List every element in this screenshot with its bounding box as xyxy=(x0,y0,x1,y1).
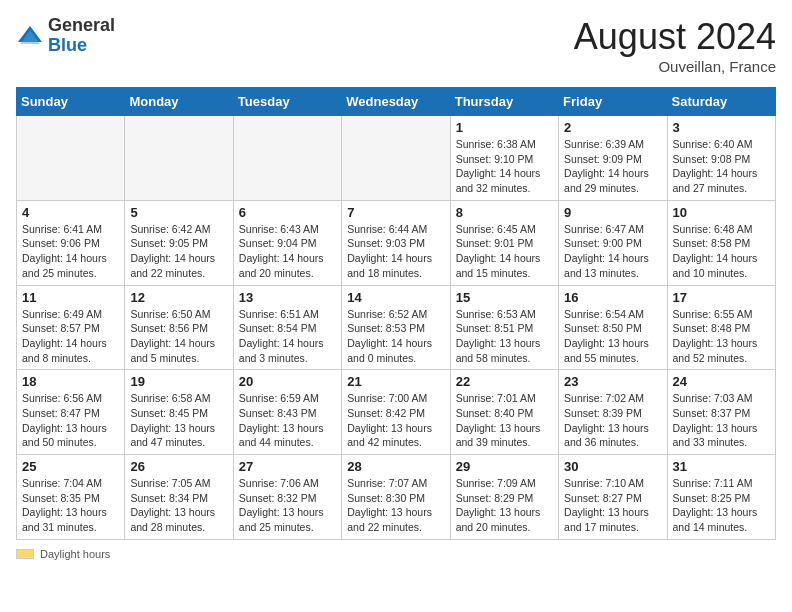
day-number: 23 xyxy=(564,374,661,389)
logo-general: General xyxy=(48,15,115,35)
calendar-cell: 10Sunrise: 6:48 AM Sunset: 8:58 PM Dayli… xyxy=(667,200,775,285)
day-info: Sunrise: 6:39 AM Sunset: 9:09 PM Dayligh… xyxy=(564,137,661,196)
logo: General Blue xyxy=(16,16,115,56)
calendar-cell: 19Sunrise: 6:58 AM Sunset: 8:45 PM Dayli… xyxy=(125,370,233,455)
calendar-cell xyxy=(17,116,125,201)
calendar-cell: 6Sunrise: 6:43 AM Sunset: 9:04 PM Daylig… xyxy=(233,200,341,285)
daylight-label: Daylight hours xyxy=(40,548,110,560)
day-number: 13 xyxy=(239,290,336,305)
calendar-header-friday: Friday xyxy=(559,88,667,116)
calendar-cell: 20Sunrise: 6:59 AM Sunset: 8:43 PM Dayli… xyxy=(233,370,341,455)
calendar-table: SundayMondayTuesdayWednesdayThursdayFrid… xyxy=(16,87,776,540)
day-info: Sunrise: 7:11 AM Sunset: 8:25 PM Dayligh… xyxy=(673,476,770,535)
calendar-cell: 7Sunrise: 6:44 AM Sunset: 9:03 PM Daylig… xyxy=(342,200,450,285)
day-number: 10 xyxy=(673,205,770,220)
calendar-footer: Daylight hours xyxy=(16,548,776,560)
calendar-cell: 31Sunrise: 7:11 AM Sunset: 8:25 PM Dayli… xyxy=(667,455,775,540)
calendar-week-row: 11Sunrise: 6:49 AM Sunset: 8:57 PM Dayli… xyxy=(17,285,776,370)
day-number: 28 xyxy=(347,459,444,474)
calendar-cell: 4Sunrise: 6:41 AM Sunset: 9:06 PM Daylig… xyxy=(17,200,125,285)
day-info: Sunrise: 6:48 AM Sunset: 8:58 PM Dayligh… xyxy=(673,222,770,281)
day-info: Sunrise: 6:42 AM Sunset: 9:05 PM Dayligh… xyxy=(130,222,227,281)
day-number: 24 xyxy=(673,374,770,389)
day-number: 17 xyxy=(673,290,770,305)
calendar-header-sunday: Sunday xyxy=(17,88,125,116)
day-info: Sunrise: 6:40 AM Sunset: 9:08 PM Dayligh… xyxy=(673,137,770,196)
calendar-cell: 12Sunrise: 6:50 AM Sunset: 8:56 PM Dayli… xyxy=(125,285,233,370)
day-info: Sunrise: 6:47 AM Sunset: 9:00 PM Dayligh… xyxy=(564,222,661,281)
day-info: Sunrise: 6:49 AM Sunset: 8:57 PM Dayligh… xyxy=(22,307,119,366)
calendar-header-wednesday: Wednesday xyxy=(342,88,450,116)
logo-icon xyxy=(16,22,44,50)
day-number: 4 xyxy=(22,205,119,220)
calendar-cell: 18Sunrise: 6:56 AM Sunset: 8:47 PM Dayli… xyxy=(17,370,125,455)
calendar-cell: 25Sunrise: 7:04 AM Sunset: 8:35 PM Dayli… xyxy=(17,455,125,540)
day-number: 16 xyxy=(564,290,661,305)
calendar-header-monday: Monday xyxy=(125,88,233,116)
calendar-cell: 14Sunrise: 6:52 AM Sunset: 8:53 PM Dayli… xyxy=(342,285,450,370)
calendar-cell: 21Sunrise: 7:00 AM Sunset: 8:42 PM Dayli… xyxy=(342,370,450,455)
calendar-cell: 1Sunrise: 6:38 AM Sunset: 9:10 PM Daylig… xyxy=(450,116,558,201)
calendar-cell: 29Sunrise: 7:09 AM Sunset: 8:29 PM Dayli… xyxy=(450,455,558,540)
day-info: Sunrise: 6:50 AM Sunset: 8:56 PM Dayligh… xyxy=(130,307,227,366)
day-number: 25 xyxy=(22,459,119,474)
calendar-cell: 24Sunrise: 7:03 AM Sunset: 8:37 PM Dayli… xyxy=(667,370,775,455)
calendar-week-row: 25Sunrise: 7:04 AM Sunset: 8:35 PM Dayli… xyxy=(17,455,776,540)
day-number: 8 xyxy=(456,205,553,220)
calendar-cell: 11Sunrise: 6:49 AM Sunset: 8:57 PM Dayli… xyxy=(17,285,125,370)
day-number: 19 xyxy=(130,374,227,389)
calendar-cell: 15Sunrise: 6:53 AM Sunset: 8:51 PM Dayli… xyxy=(450,285,558,370)
calendar-cell: 8Sunrise: 6:45 AM Sunset: 9:01 PM Daylig… xyxy=(450,200,558,285)
day-number: 22 xyxy=(456,374,553,389)
day-info: Sunrise: 6:55 AM Sunset: 8:48 PM Dayligh… xyxy=(673,307,770,366)
day-number: 2 xyxy=(564,120,661,135)
day-number: 12 xyxy=(130,290,227,305)
calendar-cell: 26Sunrise: 7:05 AM Sunset: 8:34 PM Dayli… xyxy=(125,455,233,540)
location-subtitle: Ouveillan, France xyxy=(574,58,776,75)
calendar-cell xyxy=(233,116,341,201)
calendar-cell: 28Sunrise: 7:07 AM Sunset: 8:30 PM Dayli… xyxy=(342,455,450,540)
page-header: General Blue August 2024 Ouveillan, Fran… xyxy=(16,16,776,75)
calendar-week-row: 4Sunrise: 6:41 AM Sunset: 9:06 PM Daylig… xyxy=(17,200,776,285)
day-info: Sunrise: 7:03 AM Sunset: 8:37 PM Dayligh… xyxy=(673,391,770,450)
day-info: Sunrise: 6:44 AM Sunset: 9:03 PM Dayligh… xyxy=(347,222,444,281)
day-number: 5 xyxy=(130,205,227,220)
day-number: 7 xyxy=(347,205,444,220)
day-number: 6 xyxy=(239,205,336,220)
day-info: Sunrise: 7:05 AM Sunset: 8:34 PM Dayligh… xyxy=(130,476,227,535)
day-number: 11 xyxy=(22,290,119,305)
day-info: Sunrise: 7:00 AM Sunset: 8:42 PM Dayligh… xyxy=(347,391,444,450)
day-number: 26 xyxy=(130,459,227,474)
month-year-title: August 2024 xyxy=(574,16,776,58)
day-info: Sunrise: 6:56 AM Sunset: 8:47 PM Dayligh… xyxy=(22,391,119,450)
calendar-header-saturday: Saturday xyxy=(667,88,775,116)
calendar-cell xyxy=(342,116,450,201)
day-info: Sunrise: 6:38 AM Sunset: 9:10 PM Dayligh… xyxy=(456,137,553,196)
calendar-cell: 3Sunrise: 6:40 AM Sunset: 9:08 PM Daylig… xyxy=(667,116,775,201)
calendar-header-thursday: Thursday xyxy=(450,88,558,116)
day-number: 14 xyxy=(347,290,444,305)
calendar-header-tuesday: Tuesday xyxy=(233,88,341,116)
calendar-cell: 17Sunrise: 6:55 AM Sunset: 8:48 PM Dayli… xyxy=(667,285,775,370)
day-number: 3 xyxy=(673,120,770,135)
calendar-cell: 22Sunrise: 7:01 AM Sunset: 8:40 PM Dayli… xyxy=(450,370,558,455)
day-info: Sunrise: 7:02 AM Sunset: 8:39 PM Dayligh… xyxy=(564,391,661,450)
calendar-week-row: 1Sunrise: 6:38 AM Sunset: 9:10 PM Daylig… xyxy=(17,116,776,201)
calendar-cell: 27Sunrise: 7:06 AM Sunset: 8:32 PM Dayli… xyxy=(233,455,341,540)
logo-blue: Blue xyxy=(48,35,87,55)
calendar-cell: 2Sunrise: 6:39 AM Sunset: 9:09 PM Daylig… xyxy=(559,116,667,201)
daylight-bar-icon xyxy=(16,549,34,559)
day-info: Sunrise: 7:10 AM Sunset: 8:27 PM Dayligh… xyxy=(564,476,661,535)
day-info: Sunrise: 7:01 AM Sunset: 8:40 PM Dayligh… xyxy=(456,391,553,450)
day-number: 15 xyxy=(456,290,553,305)
calendar-cell: 30Sunrise: 7:10 AM Sunset: 8:27 PM Dayli… xyxy=(559,455,667,540)
calendar-cell: 16Sunrise: 6:54 AM Sunset: 8:50 PM Dayli… xyxy=(559,285,667,370)
day-info: Sunrise: 6:54 AM Sunset: 8:50 PM Dayligh… xyxy=(564,307,661,366)
calendar-cell xyxy=(125,116,233,201)
day-info: Sunrise: 6:45 AM Sunset: 9:01 PM Dayligh… xyxy=(456,222,553,281)
day-number: 21 xyxy=(347,374,444,389)
day-info: Sunrise: 6:51 AM Sunset: 8:54 PM Dayligh… xyxy=(239,307,336,366)
day-info: Sunrise: 6:41 AM Sunset: 9:06 PM Dayligh… xyxy=(22,222,119,281)
calendar-header-row: SundayMondayTuesdayWednesdayThursdayFrid… xyxy=(17,88,776,116)
day-info: Sunrise: 7:04 AM Sunset: 8:35 PM Dayligh… xyxy=(22,476,119,535)
